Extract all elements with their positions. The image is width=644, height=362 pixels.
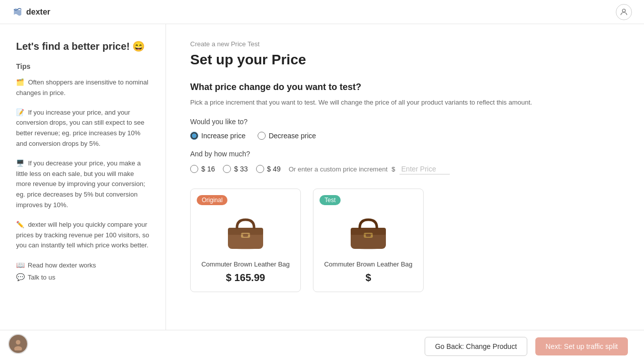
footer: Go Back: Change Product Next: Set up tra… [0,330,644,362]
tip-3: 🖥️ If you decrease your price, you make … [16,158,149,211]
back-button[interactable]: Go Back: Change Product [425,337,528,356]
tip-4-emoji: ✏️ [16,221,24,228]
tip-4: ✏️ dexter will help you quickly compare … [16,220,149,251]
content: Create a new Price Test Set up your Pric… [166,24,644,330]
original-product-name: Commuter Brown Leather Bag [191,260,300,272]
price-16-option[interactable]: $ 16 [190,165,215,173]
tips-heading: Tips [16,62,149,70]
test-card-image [313,205,423,260]
price-16-radio[interactable] [190,165,198,173]
section-desc: Pick a price increment that you want to … [190,98,620,108]
price-direction-group: Increase price Decrease price [190,132,620,140]
price-amount-group: $ 16 $ 33 $ 49 Or enter a custom price i… [190,164,620,174]
tip-2: 📝 If you increase your price, and your c… [16,108,149,149]
decrease-price-label: Decrease price [269,132,316,140]
original-price: $ 165.99 [191,272,300,284]
price-49-option[interactable]: $ 49 [256,165,281,173]
sidebar-links: 📖 Read how dexter works 💬 Talk to us [16,261,149,281]
bag-svg-test [346,213,391,253]
decrease-price-radio[interactable] [258,132,266,140]
page-title: Set up your Price [190,52,620,68]
create-label: Create a new Price Test [190,40,620,48]
logo-icon [12,7,23,18]
main-layout: Let's find a better price! 😄 Tips 🗂️ Oft… [0,24,644,330]
price-16-label: $ 16 [201,165,215,173]
price-49-radio[interactable] [256,165,264,173]
test-price: $ [313,272,423,284]
test-product-name: Commuter Brown Leather Bag [313,260,423,272]
increase-price-radio[interactable] [190,132,198,140]
svg-point-0 [622,9,625,12]
price-33-label: $ 33 [234,165,248,173]
price-49-label: $ 49 [267,165,281,173]
read-how-label: Read how dexter works [28,261,96,269]
tip-4-text: dexter will help you quickly compare you… [16,221,149,249]
test-badge-row: Test [313,189,423,205]
tip-1-emoji: 🗂️ [16,78,24,86]
tip-3-emoji: 🖥️ [16,159,24,167]
would-you-like-label: Would you like to? [190,118,620,126]
custom-price-symbol: $ [391,165,395,173]
increase-price-option[interactable]: Increase price [190,132,246,140]
custom-price-group: Or enter a custom price increment $ [289,164,450,174]
original-card-image [191,205,300,260]
next-button[interactable]: Next: Set up traffic split [535,337,628,355]
tip-2-text: If you increase your price, and your con… [16,109,144,147]
chat-icon: 💬 [16,273,25,281]
user-avatar [8,334,28,354]
sidebar-title: Let's find a better price! 😄 [16,40,149,52]
tip-2-emoji: 📝 [16,109,24,116]
price-33-option[interactable]: $ 33 [223,165,248,173]
custom-price-desc: Or enter a custom price increment [289,165,388,173]
svg-point-14 [16,340,20,344]
avatar-placeholder [9,335,27,353]
logo-text: dexter [26,8,50,17]
talk-to-us-link[interactable]: 💬 Talk to us [16,273,149,281]
tip-1-text: Often shoppers are insensitive to nomina… [16,78,148,97]
decrease-price-option[interactable]: Decrease price [258,132,316,140]
custom-price-input[interactable] [399,164,450,174]
test-badge: Test [319,195,341,205]
original-badge: Original [197,195,227,205]
by-how-much-label: And by how much? [190,150,620,158]
product-cards: Original [190,189,620,292]
section-title: What price change do you want to test? [190,82,620,93]
increase-price-label: Increase price [201,132,246,140]
bag-svg-original [223,213,268,253]
tip-1: 🗂️ Often shoppers are insensitive to nom… [16,77,149,99]
original-card: Original [190,189,301,292]
sidebar: Let's find a better price! 😄 Tips 🗂️ Oft… [0,24,166,330]
original-badge-row: Original [191,189,300,205]
talk-to-us-label: Talk to us [28,274,55,281]
logo: dexter [12,7,50,18]
test-card: Test Commuter Brown Leather Bag $ [313,189,424,292]
user-menu-button[interactable] [616,4,632,20]
header: dexter [0,0,644,24]
book-icon: 📖 [16,261,25,269]
price-33-radio[interactable] [223,165,231,173]
read-how-link[interactable]: 📖 Read how dexter works [16,261,149,269]
tip-3-text: If you decrease your price, you make a l… [16,159,145,209]
